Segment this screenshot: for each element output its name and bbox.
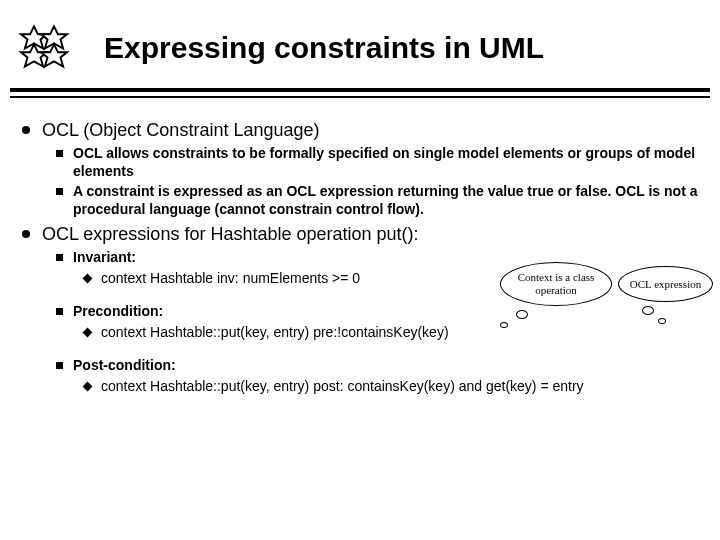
stars-logo xyxy=(10,18,80,78)
bullet-l3: context Hashtable::put(key, entry) post:… xyxy=(84,378,706,396)
diamond-icon xyxy=(83,327,93,337)
l1-text: OCL (Object Constraint Language) xyxy=(42,120,319,141)
l2-text: Post-condition: xyxy=(73,357,176,375)
dot-icon xyxy=(22,126,30,134)
bullet-l2: A constraint is expressed as an OCL expr… xyxy=(56,183,706,218)
square-icon xyxy=(56,254,63,261)
slide-content: OCL (Object Constraint Language) OCL all… xyxy=(0,108,720,411)
bullet-l2: Post-condition: xyxy=(56,357,706,375)
dot-icon xyxy=(22,230,30,238)
bullet-l2: Invariant: xyxy=(56,249,706,267)
slide-header: Expressing constraints in UML xyxy=(0,0,720,84)
bullet-l2: Precondition: xyxy=(56,303,706,321)
l3-text: context Hashtable inv: numElements >= 0 xyxy=(101,270,360,288)
l1-text: OCL expressions for Hashtable operation … xyxy=(42,224,419,245)
l3-text: context Hashtable::put(key, entry) pre:!… xyxy=(101,324,449,342)
bullet-l1: OCL expressions for Hashtable operation … xyxy=(22,224,706,245)
l2-text: Precondition: xyxy=(73,303,163,321)
slide-title: Expressing constraints in UML xyxy=(104,31,544,65)
diamond-icon xyxy=(83,273,93,283)
l2-text: Invariant: xyxy=(73,249,136,267)
square-icon xyxy=(56,188,63,195)
square-icon xyxy=(56,150,63,157)
square-icon xyxy=(56,308,63,315)
bullet-l3: context Hashtable::put(key, entry) pre:!… xyxy=(84,324,706,342)
l2-text: A constraint is expressed as an OCL expr… xyxy=(73,183,706,218)
diamond-icon xyxy=(83,381,93,391)
square-icon xyxy=(56,362,63,369)
bullet-l3: context Hashtable inv: numElements >= 0 xyxy=(84,270,706,288)
l2-text: OCL allows constraints to be formally sp… xyxy=(73,145,706,180)
bullet-l1: OCL (Object Constraint Language) xyxy=(22,120,706,141)
l3-text: context Hashtable::put(key, entry) post:… xyxy=(101,378,584,396)
bullet-l2: OCL allows constraints to be formally sp… xyxy=(56,145,706,180)
title-divider xyxy=(10,88,710,98)
